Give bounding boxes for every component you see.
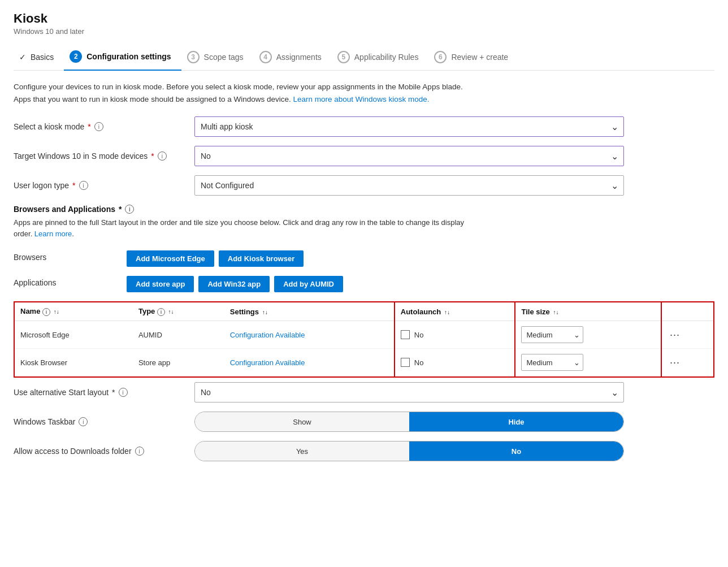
wizard-step-configuration[interactable]: 2 Configuration settings xyxy=(64,45,181,71)
autolaunch-sort-icon[interactable]: ↑↓ xyxy=(444,309,450,315)
wizard-step-review[interactable]: 6 Review + create xyxy=(428,45,518,70)
row2-dots-menu[interactable]: ··· xyxy=(661,349,713,376)
page-title: Kiosk xyxy=(14,11,714,26)
table-row: Kiosk Browser Store app Configuration Av… xyxy=(15,349,713,376)
alt-start-row: Use alternative Start layout * i No Yes … xyxy=(14,382,714,402)
row2-tile-select[interactable]: Medium Small Wide Large xyxy=(521,354,583,371)
wizard-step-applicability[interactable]: 5 Applicability Rules xyxy=(332,45,429,70)
kiosk-mode-info-icon[interactable]: i xyxy=(94,122,103,131)
user-logon-select-wrapper: Not Configured Auto logon Local user acc… xyxy=(194,175,624,196)
required-asterisk-2: * xyxy=(151,152,154,161)
row1-settings[interactable]: Configuration Available xyxy=(224,321,395,349)
type-col-info-icon[interactable]: i xyxy=(157,308,165,316)
row1-dots-menu[interactable]: ··· xyxy=(661,321,713,349)
table-row: Microsoft Edge AUMID Configuration Avail… xyxy=(15,321,713,349)
taskbar-show-option[interactable]: Show xyxy=(195,412,409,431)
downloads-toggle: Yes No xyxy=(194,441,624,461)
row1-autolaunch-checkbox[interactable] xyxy=(401,330,410,339)
alt-start-label: Use alternative Start layout * i xyxy=(14,388,194,397)
wizard-step-assignments[interactable]: 4 Assignments xyxy=(254,45,332,70)
type-sort-icon[interactable]: ↑↓ xyxy=(168,309,174,315)
alt-start-required: * xyxy=(112,388,115,397)
taskbar-label: Windows Taskbar i xyxy=(14,417,194,426)
row2-autolaunch: No xyxy=(395,349,515,376)
row1-autolaunch-cell: No xyxy=(401,330,509,339)
name-sort-icon[interactable]: ↑↓ xyxy=(54,309,59,315)
row2-autolaunch-checkbox[interactable] xyxy=(401,358,410,367)
applications-row: Applications Add store app Add Win32 app… xyxy=(14,272,714,296)
required-asterisk-3: * xyxy=(72,181,75,190)
target-windows-info-icon[interactable]: i xyxy=(158,152,167,161)
col-header-tilesize: Tile size ↑↓ xyxy=(515,302,661,321)
page-subtitle: Windows 10 and later xyxy=(14,27,714,36)
add-kiosk-browser-button[interactable]: Add Kiosk browser xyxy=(219,250,304,267)
page-title-section: Kiosk Windows 10 and later xyxy=(14,11,714,36)
browsers-label: Browsers xyxy=(14,247,127,270)
alt-start-select-wrapper: No Yes ⌄ xyxy=(194,382,624,402)
settings-sort-icon[interactable]: ↑↓ xyxy=(262,309,268,315)
kiosk-mode-select[interactable]: Multi app kiosk Not configured Single ap… xyxy=(194,116,624,137)
target-windows-select-wrapper: No Yes ⌄ xyxy=(194,146,624,166)
wizard-step-basics[interactable]: ✓ Basics xyxy=(14,47,64,68)
page-description: Configure your devices to run in kiosk m… xyxy=(14,81,477,105)
user-logon-row: User logon type * i Not Configured Auto … xyxy=(14,175,714,196)
row2-autolaunch-cell: No xyxy=(401,358,509,367)
required-asterisk: * xyxy=(88,122,90,131)
taskbar-info-icon[interactable]: i xyxy=(79,417,88,426)
col-header-autolaunch: Autolaunch ↑↓ xyxy=(395,302,515,321)
downloads-label: Allow access to Downloads folder i xyxy=(14,447,194,456)
step-circle-2: 2 xyxy=(70,50,82,63)
row2-settings[interactable]: Configuration Available xyxy=(224,349,395,376)
tilesize-sort-icon[interactable]: ↑↓ xyxy=(553,309,558,315)
row1-autolaunch: No xyxy=(395,321,515,349)
downloads-info-icon[interactable]: i xyxy=(135,447,144,456)
add-store-app-button[interactable]: Add store app xyxy=(127,276,194,292)
downloads-row: Allow access to Downloads folder i Yes N… xyxy=(14,441,714,461)
col-header-actions xyxy=(661,302,713,321)
add-aumid-button[interactable]: Add by AUMID xyxy=(274,276,343,292)
taskbar-toggle: Show Hide xyxy=(194,412,624,432)
name-col-info-icon[interactable]: i xyxy=(42,308,50,316)
add-win32-button[interactable]: Add Win32 app xyxy=(198,276,270,292)
browsers-buttons: Add Microsoft Edge Add Kiosk browser xyxy=(127,247,714,270)
browsers-row: Browsers Add Microsoft Edge Add Kiosk br… xyxy=(14,247,714,270)
row2-more-options-icon[interactable]: ··· xyxy=(668,357,682,368)
step-check-icon: ✓ xyxy=(19,53,26,62)
target-windows-row: Target Windows 10 in S mode devices * i … xyxy=(14,146,714,166)
bottom-form: Use alternative Start layout * i No Yes … xyxy=(14,382,714,461)
row1-more-options-icon[interactable]: ··· xyxy=(668,329,682,340)
wizard-step-scope[interactable]: 3 Scope tags xyxy=(181,45,254,70)
apps-table-container: Name i ↑↓ Type i ↑↓ Settings ↑↓ Autolaun… xyxy=(14,301,714,378)
col-header-name: Name i ↑↓ xyxy=(15,302,133,321)
step-label-review: Review + create xyxy=(451,53,508,62)
browsers-apps-info-icon[interactable]: i xyxy=(125,205,134,214)
taskbar-hide-option[interactable]: Hide xyxy=(409,412,623,431)
learn-more-link[interactable]: Learn more about Windows kiosk mode. xyxy=(293,95,430,103)
browsers-apps-desc: Apps are pinned to the full Start layout… xyxy=(14,217,477,239)
alt-start-info-icon[interactable]: i xyxy=(119,388,128,397)
row1-type: AUMID xyxy=(133,321,224,349)
user-logon-info-icon[interactable]: i xyxy=(79,181,88,190)
row1-tilesize: Medium Small Wide Large ⌄ xyxy=(515,321,661,349)
step-circle-4: 4 xyxy=(259,51,272,63)
browsers-apps-header: Browsers and Applications * i xyxy=(14,205,714,214)
row2-tilesize: Medium Small Wide Large ⌄ xyxy=(515,349,661,376)
taskbar-row: Windows Taskbar i Show Hide xyxy=(14,412,714,432)
step-label-configuration: Configuration settings xyxy=(86,52,171,61)
downloads-yes-option[interactable]: Yes xyxy=(195,442,409,461)
browsers-apps-desc-text: Apps are pinned to the full Start layout… xyxy=(14,218,464,238)
downloads-no-option[interactable]: No xyxy=(409,442,623,461)
row2-name: Kiosk Browser xyxy=(15,349,133,376)
row1-tile-select[interactable]: Medium Small Wide Large xyxy=(521,326,583,343)
alt-start-select[interactable]: No Yes xyxy=(194,382,624,402)
row1-name: Microsoft Edge xyxy=(15,321,133,349)
apps-table: Name i ↑↓ Type i ↑↓ Settings ↑↓ Autolaun… xyxy=(15,302,713,376)
add-edge-button[interactable]: Add Microsoft Edge xyxy=(127,250,214,267)
applications-buttons: Add store app Add Win32 app Add by AUMID xyxy=(127,272,714,296)
browsers-apps-learn-more[interactable]: Learn more xyxy=(34,230,72,238)
col-header-type: Type i ↑↓ xyxy=(133,302,224,321)
target-windows-label: Target Windows 10 in S mode devices * i xyxy=(14,152,194,161)
target-windows-select[interactable]: No Yes xyxy=(194,146,624,166)
user-logon-select[interactable]: Not Configured Auto logon Local user acc… xyxy=(194,175,624,196)
row1-tile-select-wrapper: Medium Small Wide Large ⌄ xyxy=(521,326,583,343)
